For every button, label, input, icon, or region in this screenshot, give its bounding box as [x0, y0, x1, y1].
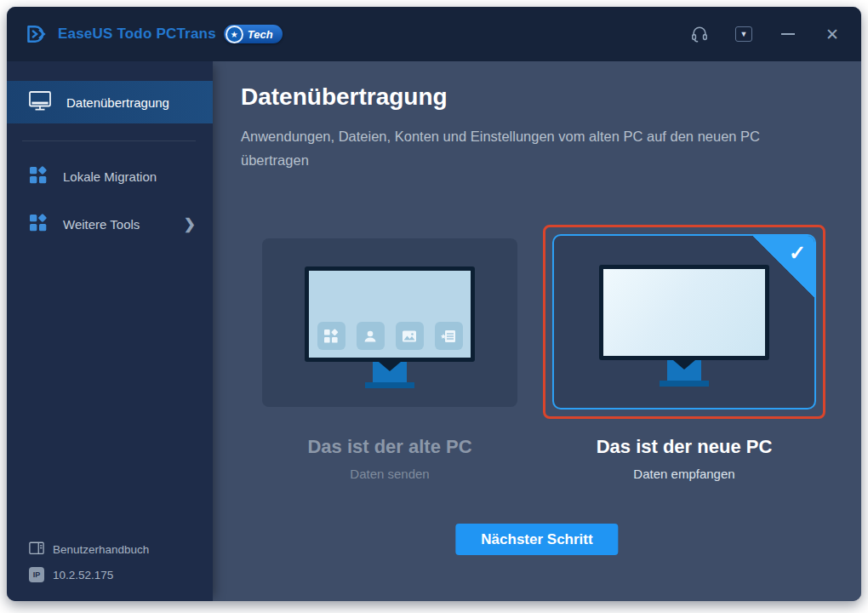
new-pc-column: ✓ Das ist der neue PC Da	[543, 225, 825, 481]
new-pc-monitor-illustration	[599, 265, 769, 387]
page-title: Datenübertragung	[241, 83, 448, 111]
main-content: Datenübertragung Anwendungen, Dateien, K…	[213, 61, 861, 601]
apps-icon	[317, 322, 345, 350]
old-pc-monitor-illustration	[305, 266, 475, 388]
screen: EaseUS Todo PCTrans ★ Tech ▼	[0, 0, 868, 613]
edition-badge-label: Tech	[248, 28, 273, 41]
titlebar-actions: ▼ ✕	[689, 24, 842, 44]
app-window: EaseUS Todo PCTrans ★ Tech ▼	[7, 7, 861, 601]
minimize-button[interactable]	[778, 24, 798, 44]
new-pc-title: Das ist der neue PC	[543, 436, 825, 458]
monitor-stand	[373, 362, 407, 382]
ip-address-row: IP 10.2.52.175	[29, 567, 149, 582]
ip-address-value: 10.2.52.175	[53, 569, 113, 581]
next-step-button[interactable]: Nächster Schritt	[455, 524, 618, 555]
close-icon: ✕	[825, 26, 839, 43]
menu-caret: ▼	[735, 26, 752, 42]
account-icon	[357, 322, 385, 350]
app-title: EaseUS Todo PCTrans	[58, 26, 216, 43]
check-icon: ✓	[789, 241, 806, 265]
files-icon	[435, 322, 463, 350]
sidebar-item-label: Weitere Tools	[63, 217, 140, 232]
sidebar: Datenübertragung Lokale Migration	[7, 61, 213, 601]
user-manual-link[interactable]: Benutzerhandbuch	[29, 541, 149, 558]
old-pc-subtitle: Daten senden	[262, 467, 517, 481]
pc-monitor-icon	[29, 91, 51, 113]
ip-icon: IP	[29, 567, 44, 582]
picture-icon	[396, 322, 424, 350]
sidebar-footer: Benutzerhandbuch IP 10.2.52.175	[29, 541, 149, 582]
page-subtitle: Anwendungen, Dateien, Konten und Einstel…	[241, 124, 792, 172]
menu-icon[interactable]: ▼	[734, 24, 754, 44]
chevron-right-icon: ❯	[184, 215, 196, 233]
titlebar: EaseUS Todo PCTrans ★ Tech ▼	[7, 7, 861, 61]
selection-highlight-border: ✓	[543, 225, 825, 419]
old-pc-title: Das ist der alte PC	[262, 436, 517, 458]
sidebar-item-label: Lokale Migration	[63, 169, 157, 184]
user-manual-label: Benutzerhandbuch	[53, 543, 149, 556]
close-button[interactable]: ✕	[822, 24, 842, 44]
monitor-base	[660, 381, 709, 387]
app-grid-icon	[29, 166, 48, 187]
monitor-base	[365, 382, 414, 388]
pc-role-cards: Das ist der alte PC Daten senden ✓	[262, 225, 825, 481]
easeus-logo-icon	[26, 22, 49, 46]
minimize-icon	[781, 33, 795, 35]
app-grid-icon	[29, 214, 48, 235]
new-pc-card[interactable]: ✓	[552, 234, 816, 410]
sidebar-item-lokale-migration[interactable]: Lokale Migration	[7, 155, 213, 198]
edition-badge: ★ Tech	[224, 25, 283, 43]
sidebar-divider	[22, 140, 196, 141]
old-pc-app-tiles	[309, 322, 471, 350]
sidebar-item-weitere-tools[interactable]: Weitere Tools ❯	[7, 203, 213, 245]
new-pc-subtitle: Daten empfangen	[543, 467, 825, 481]
sidebar-item-label: Datenübertragung	[66, 95, 169, 110]
old-pc-column: Das ist der alte PC Daten senden	[262, 225, 517, 481]
old-pc-card[interactable]	[262, 238, 517, 407]
support-headset-icon[interactable]	[689, 24, 710, 44]
monitor-stand	[667, 360, 701, 381]
manual-book-icon	[29, 541, 44, 558]
star-icon: ★	[226, 26, 243, 43]
sidebar-item-datenuebertragung[interactable]: Datenübertragung	[7, 81, 213, 123]
